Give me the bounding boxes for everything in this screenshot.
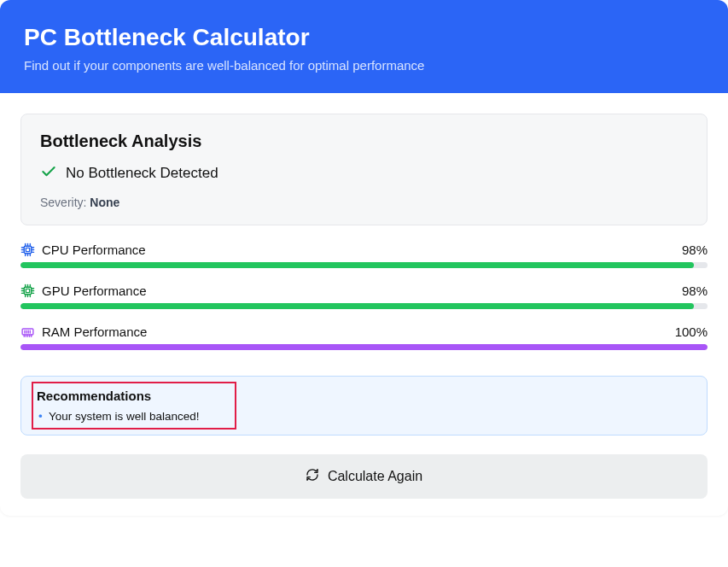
- body: Bottleneck Analysis No Bottleneck Detect…: [0, 93, 728, 516]
- recommendations-heading: Recommendations: [37, 389, 691, 403]
- severity-label: Severity:: [40, 196, 86, 209]
- status-line: No Bottleneck Detected: [40, 163, 688, 184]
- gpu-label: GPU Performance: [42, 284, 147, 298]
- calculate-again-label: Calculate Again: [328, 469, 422, 484]
- calculate-again-button[interactable]: Calculate Again: [20, 454, 708, 499]
- metric-ram: RAM Performance 100%: [20, 324, 708, 350]
- severity-line: Severity: None: [40, 196, 688, 209]
- header: PC Bottleneck Calculator Find out if you…: [0, 0, 728, 93]
- main-card: PC Bottleneck Calculator Find out if you…: [0, 0, 728, 516]
- metric-gpu: GPU Performance 98%: [20, 284, 708, 309]
- severity-value: None: [90, 196, 119, 209]
- refresh-icon: [306, 468, 319, 485]
- gpu-progress-fill: [20, 303, 694, 309]
- ram-icon: [20, 324, 35, 339]
- recommendations-list: Your system is well balanced!: [37, 410, 691, 423]
- analysis-heading: Bottleneck Analysis: [40, 132, 688, 151]
- cpu-label: CPU Performance: [42, 243, 146, 257]
- ram-value: 100%: [675, 324, 708, 339]
- recommendations-box: Recommendations Your system is well bala…: [20, 376, 708, 435]
- ram-progress: [20, 344, 708, 350]
- svg-rect-1: [26, 248, 29, 251]
- svg-rect-14: [24, 287, 32, 295]
- cpu-progress-fill: [20, 262, 694, 268]
- gpu-progress: [20, 303, 708, 309]
- metric-cpu: CPU Performance 98%: [20, 243, 708, 268]
- recommendation-item: Your system is well balanced!: [38, 410, 691, 423]
- ram-label: RAM Performance: [42, 324, 147, 339]
- cpu-progress: [20, 262, 708, 268]
- ram-progress-fill: [20, 344, 708, 350]
- gpu-icon: [20, 284, 35, 298]
- status-text: No Bottleneck Detected: [66, 165, 218, 182]
- page-title: PC Bottleneck Calculator: [24, 24, 704, 51]
- svg-rect-15: [26, 289, 29, 292]
- cpu-icon: [20, 243, 35, 257]
- analysis-box: Bottleneck Analysis No Bottleneck Detect…: [20, 114, 708, 225]
- svg-rect-0: [24, 246, 32, 254]
- gpu-value: 98%: [682, 284, 708, 298]
- page-subtitle: Find out if your components are well-bal…: [24, 58, 704, 73]
- check-icon: [40, 163, 57, 184]
- cpu-value: 98%: [682, 243, 708, 257]
